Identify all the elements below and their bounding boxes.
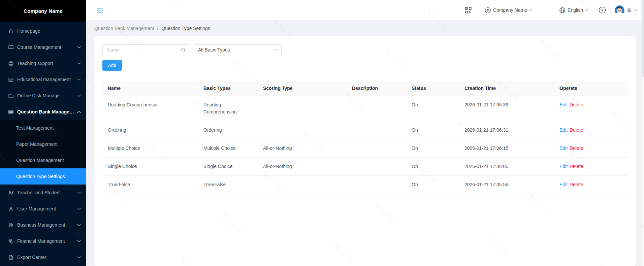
basic-types-select[interactable]: All Basic Types [194, 44, 282, 55]
cell-name: Single Choice [102, 158, 198, 175]
table-row: True/False True/False On 2026-01-21 17:0… [102, 176, 628, 194]
sidebar-subitem-label: Paper Management [16, 141, 58, 147]
chevron-down-icon [77, 62, 81, 65]
cell-creation-time: 2026-01-21 17:06:31 [459, 121, 554, 139]
qr-code-icon[interactable] [465, 7, 472, 14]
cell-operate: EditDelete [554, 158, 628, 175]
cell-scoring-type [258, 96, 347, 121]
app-logo: Company Name [0, 0, 86, 22]
chevron-down-icon [77, 46, 81, 48]
chevron-down-icon [77, 224, 81, 226]
edit-link[interactable]: Edit [559, 127, 568, 133]
sidebar-item-user-management[interactable]: User Management [0, 201, 86, 217]
cell-basic-type: Ordering [198, 121, 258, 139]
delete-link[interactable]: Delete [570, 127, 583, 133]
edit-link[interactable]: Edit [559, 182, 568, 187]
vertical-scrollbar[interactable] [641, 0, 644, 266]
course-icon [8, 44, 14, 50]
chevron-down-icon [77, 78, 81, 81]
add-button[interactable]: Add [102, 60, 122, 71]
company-selector[interactable]: Company Name [485, 7, 533, 13]
sidebar-item-online-disk-manage[interactable]: Online Disk Manage [0, 88, 86, 104]
chevron-down-icon [77, 240, 81, 242]
chevron-down-icon [274, 49, 277, 51]
name-search-input[interactable] [106, 47, 181, 53]
sidebar-subitem-question-management[interactable]: Question Management [0, 152, 86, 168]
edit-link[interactable]: Edit [559, 145, 568, 151]
globe-icon [559, 7, 566, 13]
cell-scoring-type [258, 176, 347, 194]
business-icon [8, 222, 14, 228]
organization-icon [485, 7, 491, 13]
cell-scoring-type: All-or-Nothing [258, 139, 347, 157]
sidebar-item-teacher-and-student[interactable]: Teacher and Student [0, 185, 86, 201]
sidebar-item-export-center[interactable]: Export Center [0, 249, 86, 265]
basic-types-select-value: All Basic Types [198, 47, 230, 53]
delete-link[interactable]: Delete [570, 182, 583, 187]
content-area: Question Bank Management / Question Type… [86, 20, 644, 266]
sidebar-item-business-management[interactable]: Business Management [0, 217, 86, 233]
sidebar-menu: Homepage Course Management Teaching supp… [0, 22, 86, 266]
delete-link[interactable]: Delete [570, 164, 583, 169]
cell-basic-type: True/False [198, 176, 258, 194]
menu-fold-icon[interactable] [96, 7, 103, 13]
company-selector-label: Company Name [493, 7, 527, 13]
column-header-basic-types: Basic Types [198, 81, 258, 96]
cell-operate: EditDelete [554, 96, 628, 121]
delete-link[interactable]: Delete [570, 102, 583, 107]
sidebar-item-label: Teacher and Student [17, 190, 74, 195]
main-area: Company Name English [86, 0, 644, 266]
sidebar-subitem-paper-management[interactable]: Paper Management [0, 136, 86, 152]
sidebar-submenu: Test Management Paper Management Questio… [0, 120, 86, 185]
sidebar-item-label: Homepage [17, 28, 81, 34]
edit-link[interactable]: Edit [559, 102, 568, 107]
cell-status: On [406, 176, 459, 194]
teacher-icon [8, 190, 14, 196]
chevron-down-icon [77, 192, 81, 194]
edit-link[interactable]: Edit [559, 164, 568, 169]
delete-link[interactable]: Delete [570, 145, 583, 151]
sidebar-item-homepage[interactable]: Homepage [0, 23, 86, 39]
cell-status: On [406, 139, 459, 157]
cell-creation-time: 2026-01-21 17:06:15 [459, 139, 554, 157]
sidebar-subitem-test-management[interactable]: Test Management [0, 120, 86, 136]
cell-operate: EditDelete [554, 139, 628, 157]
cell-status: On [406, 96, 459, 121]
user-icon [8, 206, 14, 212]
cell-status: On [406, 158, 459, 175]
educational-icon [8, 77, 14, 82]
sidebar-subitem-question-type-settings[interactable]: Question Type Settings [0, 168, 86, 185]
user-menu[interactable]: 義 [615, 5, 637, 15]
sidebar-item-label: Online Disk Manage [17, 93, 74, 98]
language-selector[interactable]: English [559, 7, 588, 13]
breadcrumb: Question Bank Management / Question Type… [94, 20, 636, 36]
currency-yen-icon[interactable]: ¥ [599, 6, 606, 14]
cell-basic-type: Reading Comprehension [198, 96, 258, 121]
search-icon[interactable] [181, 47, 186, 53]
cell-description [347, 158, 406, 175]
sidebar-item-financial-management[interactable]: Financial Management [0, 233, 86, 249]
column-header-scoring-type: Scoring Type [258, 81, 347, 96]
sidebar-item-label: User Management [17, 206, 74, 211]
chevron-down-icon [585, 9, 588, 11]
column-header-creation-time: Creation Time [459, 81, 554, 96]
chevron-down-icon [77, 208, 81, 210]
scrollbar-thumb[interactable] [642, 0, 644, 77]
question-bank-icon [8, 109, 14, 115]
cell-name: Reading Comprehensio [102, 96, 198, 121]
chevron-down-icon [529, 9, 533, 11]
cell-description [347, 96, 406, 121]
sidebar-item-question-bank-management[interactable]: Question Bank Management [0, 104, 86, 120]
breadcrumb-question-bank-management[interactable]: Question Bank Management [94, 26, 154, 31]
cell-creation-time: 2026-01-21 17:05:56 [459, 176, 554, 194]
app-root: Company Name Homepage Course Management … [0, 0, 644, 266]
table-row: Ordering Ordering On 2026-01-21 17:06:31… [102, 121, 628, 139]
chevron-down-icon [634, 9, 637, 11]
sidebar-item-educational-management[interactable]: Educational management [0, 71, 86, 88]
avatar [615, 5, 624, 15]
cell-status: On [406, 121, 459, 139]
sidebar-item-teaching-support[interactable]: Teaching support [0, 55, 86, 71]
sidebar-item-label: Question Bank Management [17, 109, 74, 114]
sidebar-item-course-management[interactable]: Course Management [0, 39, 86, 55]
top-header: Company Name English [86, 0, 644, 20]
